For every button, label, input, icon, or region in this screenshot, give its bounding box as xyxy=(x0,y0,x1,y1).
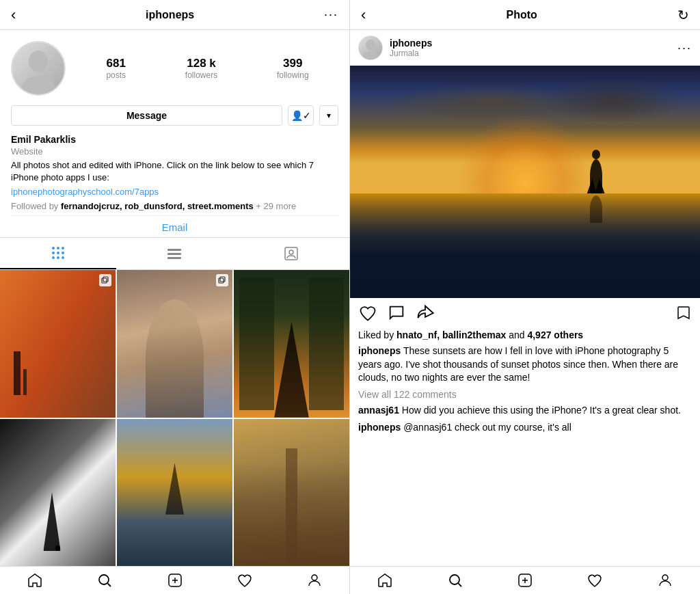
followers-preview: fernandojcruz, rob_dunsford, street.mome… xyxy=(61,201,254,211)
share-button[interactable] xyxy=(416,303,435,323)
tab-tagged[interactable] xyxy=(233,238,349,269)
followed-by-label: Followed by xyxy=(11,201,58,211)
photo-grid xyxy=(0,270,349,566)
followers-stat[interactable]: 128 k followers xyxy=(185,57,217,80)
svg-point-20 xyxy=(99,575,109,584)
caption-username[interactable]: iphoneps xyxy=(358,345,401,356)
photo-cell-5[interactable] xyxy=(117,419,232,566)
tab-list[interactable] xyxy=(116,238,232,269)
grid-icon xyxy=(50,245,66,261)
comment-1: annasj61 How did you achieve this using … xyxy=(350,403,700,420)
left-header: ‹ iphoneps ··· xyxy=(0,0,349,30)
stats-row: 681 posts 128 k followers 399 following xyxy=(77,57,338,80)
more-options-button[interactable]: ··· xyxy=(324,8,338,22)
svg-rect-16 xyxy=(102,278,107,283)
comment-2-username[interactable]: iphoneps xyxy=(358,422,401,433)
right-heart-icon xyxy=(587,572,603,589)
add-icon xyxy=(167,572,183,589)
right-nav-profile[interactable] xyxy=(630,572,700,589)
website-label: Website xyxy=(11,146,338,157)
svg-rect-19 xyxy=(220,277,225,282)
comment-button[interactable] xyxy=(387,303,406,323)
svg-point-9 xyxy=(57,256,59,259)
person-silhouette xyxy=(590,159,602,193)
svg-rect-18 xyxy=(219,278,224,283)
right-profile-icon xyxy=(657,572,673,589)
home-icon xyxy=(27,572,43,589)
post-user-row: iphoneps Jurmala ··· xyxy=(350,30,700,66)
person-reflection xyxy=(590,195,602,223)
right-header: ‹ Photo ↻ xyxy=(350,0,700,30)
following-label: following xyxy=(277,70,309,80)
tab-grid[interactable] xyxy=(0,238,116,269)
refresh-button[interactable]: ↻ xyxy=(677,7,689,23)
post-actions xyxy=(350,298,700,328)
like-button[interactable] xyxy=(358,303,377,323)
svg-rect-12 xyxy=(167,253,181,255)
photo-cell-4[interactable] xyxy=(0,419,116,566)
svg-point-10 xyxy=(62,256,64,259)
right-nav-likes[interactable] xyxy=(560,572,630,589)
likes-text: Liked by xyxy=(358,329,394,340)
post-username[interactable]: iphoneps xyxy=(390,38,671,49)
photo-detail-panel: ‹ Photo ↻ iphoneps Jurmala ··· xyxy=(350,0,700,594)
comment-1-username[interactable]: annasj61 xyxy=(358,405,399,416)
nav-search[interactable] xyxy=(70,572,139,589)
profile-full-name: Emil Pakarklis xyxy=(11,134,338,145)
nav-home[interactable] xyxy=(0,572,70,589)
photo-cell-3[interactable] xyxy=(234,270,349,417)
caption-body: These sunsets are how I fell in love wit… xyxy=(358,345,678,383)
post-photo xyxy=(350,66,700,298)
svg-point-5 xyxy=(52,252,55,254)
right-add-icon xyxy=(517,572,533,589)
svg-point-4 xyxy=(62,247,64,249)
right-bottom-nav xyxy=(350,566,700,594)
right-search-icon xyxy=(447,572,463,589)
photo-cell-6[interactable] xyxy=(234,419,349,566)
svg-rect-11 xyxy=(167,249,181,251)
posts-stat[interactable]: 681 posts xyxy=(106,57,126,80)
profile-bio: All photos shot and edited with iPhone. … xyxy=(11,159,338,184)
followed-by: Followed by fernandojcruz, rob_dunsford,… xyxy=(11,201,338,211)
photo-cell-2[interactable] xyxy=(117,270,232,417)
svg-point-7 xyxy=(62,252,64,254)
left-bottom-nav xyxy=(0,566,349,594)
profile-username: iphoneps xyxy=(146,9,194,21)
right-nav-search[interactable] xyxy=(420,572,489,589)
nav-add[interactable] xyxy=(139,572,209,589)
posts-label: posts xyxy=(106,70,126,80)
post-more-button[interactable]: ··· xyxy=(677,41,692,55)
svg-point-28 xyxy=(450,575,459,584)
profile-link[interactable]: iphonephotographyschool.com/7apps xyxy=(11,187,338,197)
multi-photo-icon-2 xyxy=(216,274,228,286)
right-nav-add[interactable] xyxy=(490,572,560,589)
likes-and: and xyxy=(509,329,527,340)
post-likes: Liked by hnato_nf, ballin2themax and 4,9… xyxy=(350,328,700,343)
back-button[interactable]: ‹ xyxy=(11,6,16,24)
photo-cell-1[interactable] xyxy=(0,270,116,417)
email-link[interactable]: Email xyxy=(11,215,338,237)
svg-rect-17 xyxy=(103,277,108,282)
post-caption: iphoneps These sunsets are how I fell in… xyxy=(350,343,700,388)
post-location[interactable]: Jurmala xyxy=(390,49,671,58)
likes-count[interactable]: 4,927 others xyxy=(527,329,583,340)
nav-likes[interactable] xyxy=(210,572,280,589)
right-back-button[interactable]: ‹ xyxy=(361,6,366,24)
follow-button[interactable]: 👤✓ xyxy=(288,105,314,126)
following-stat[interactable]: 399 following xyxy=(277,57,309,80)
comment-1-body: How did you achieve this using the iPhon… xyxy=(402,405,681,416)
message-button[interactable]: Message xyxy=(11,105,282,126)
multi-photo-icon xyxy=(99,274,111,286)
tab-bar xyxy=(0,237,349,270)
posts-count: 681 xyxy=(107,57,126,70)
bookmark-button[interactable] xyxy=(675,305,692,321)
likes-users[interactable]: hnato_nf, ballin2themax xyxy=(396,329,506,340)
profile-section: 681 posts 128 k followers 399 following … xyxy=(0,30,349,237)
svg-line-29 xyxy=(458,584,461,587)
nav-profile[interactable] xyxy=(280,572,349,589)
dropdown-button[interactable]: ▾ xyxy=(319,105,338,126)
right-nav-home[interactable] xyxy=(350,572,420,589)
post-avatar[interactable] xyxy=(358,36,383,60)
svg-point-27 xyxy=(362,51,379,59)
view-comments-button[interactable]: View all 122 comments xyxy=(350,388,700,403)
